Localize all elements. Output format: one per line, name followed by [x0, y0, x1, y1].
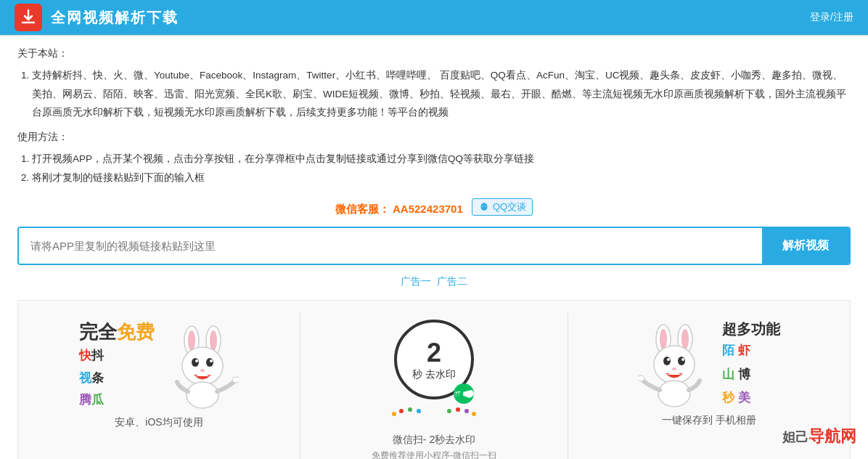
- middle-caption: 微信扫- 2秒去水印: [393, 434, 475, 447]
- free-complete: 完全免费: [79, 320, 155, 345]
- svg-point-21: [417, 409, 421, 413]
- ad-links: 广告一 广告二: [17, 275, 851, 288]
- search-bar: 解析视频: [17, 227, 851, 265]
- logo-icon: [15, 4, 42, 31]
- main-content: 关于本站： 支持解析抖、快、火、微、Youtube、Facebook、Insta…: [0, 36, 868, 459]
- qq-icon: [478, 201, 490, 213]
- svg-point-8: [192, 358, 199, 367]
- svg-point-2: [485, 206, 486, 207]
- usage-step-2: 将刚才复制的链接粘贴到下面的输入框: [32, 168, 851, 187]
- rabbit-left: [166, 322, 239, 410]
- seconds-label: 秒: [412, 368, 422, 381]
- qq-btn-label: QQ交谈: [493, 200, 526, 214]
- left-caption: 安卓、iOS均可使用: [115, 416, 202, 429]
- svg-point-36: [658, 381, 690, 407]
- svg-point-37: [638, 375, 644, 381]
- wechat-mini-icon: [454, 383, 474, 404]
- svg-point-23: [464, 409, 469, 413]
- download-icon: [20, 9, 37, 26]
- svg-point-1: [482, 206, 483, 207]
- svg-point-29: [681, 329, 689, 349]
- platform-miao: 秒: [722, 391, 734, 405]
- svg-point-22: [472, 412, 476, 416]
- banner-area: 完全免费 快抖 视条 腾瓜: [17, 300, 851, 459]
- usage-list: 打开视频APP，点开某个视频，点击分享按钮，在分享弹框中点击复制链接或通过分享到…: [32, 150, 851, 187]
- svg-point-11: [210, 360, 213, 362]
- middle-sub: 免费推荐使用小程序-微信扫一扫: [372, 450, 496, 459]
- svg-point-10: [195, 360, 198, 362]
- svg-point-5: [188, 330, 195, 351]
- wechat-label: 微信客服：: [335, 203, 390, 215]
- svg-point-24: [456, 407, 460, 412]
- banner-left: 完全免费 快抖 视条 腾瓜: [18, 312, 300, 459]
- login-link[interactable]: 登录/注册: [810, 11, 853, 24]
- site-watermark: 妲己导航网: [782, 426, 856, 447]
- about-item-1: 支持解析抖、快、火、微、Youtube、Facebook、Instagram、T…: [32, 66, 851, 122]
- about-title: 关于本站：: [17, 47, 851, 60]
- platform-shi: 视: [79, 371, 91, 385]
- free-highlight: 免费: [117, 321, 155, 343]
- search-input[interactable]: [19, 230, 762, 262]
- svg-point-19: [399, 409, 404, 413]
- banner-middle: 2 秒 去水印: [300, 312, 568, 459]
- watermark-circle: 2 秒 去水印: [394, 320, 474, 399]
- ad-link-1[interactable]: 广告一: [401, 275, 431, 287]
- svg-point-13: [187, 382, 218, 408]
- right-caption: 一键保存到 手机相册: [662, 414, 756, 427]
- usage-step-1: 打开视频APP，点开某个视频，点击分享按钮，在分享弹框中点击复制链接或通过分享到…: [32, 150, 851, 168]
- search-button[interactable]: 解析视频: [762, 228, 849, 264]
- dots-decoration: [387, 407, 481, 421]
- platform-shan: 山: [722, 367, 734, 381]
- platform-kuai: 快: [79, 349, 91, 362]
- wechat-icon: [454, 389, 463, 399]
- header: 全网视频解析下载 登录/注册: [0, 0, 868, 35]
- platform-mo: 陌: [722, 344, 734, 357]
- svg-point-33: [667, 358, 670, 361]
- svg-point-12: [200, 369, 205, 372]
- contact-bar: 微信客服： AA522423701 QQ交谈: [17, 198, 851, 216]
- platform-teng: 腾: [79, 393, 91, 407]
- rabbit-right: [638, 321, 711, 408]
- svg-point-25: [447, 409, 451, 413]
- about-list: 支持解析抖、快、火、微、Youtube、Facebook、Instagram、T…: [32, 66, 851, 122]
- site-title: 全网视频解析下载: [51, 8, 179, 28]
- svg-point-14: [232, 377, 239, 383]
- svg-point-32: [678, 357, 685, 365]
- ad-link-2[interactable]: 广告二: [437, 275, 467, 287]
- svg-point-6: [210, 330, 217, 351]
- right-header: 超多功能: [722, 320, 780, 339]
- qq-chat-btn[interactable]: QQ交谈: [472, 198, 533, 216]
- svg-point-34: [681, 358, 684, 361]
- svg-point-20: [408, 407, 412, 412]
- seconds-number: 2: [427, 338, 441, 368]
- svg-point-35: [672, 367, 676, 370]
- svg-point-31: [663, 357, 671, 365]
- usage-title: 使用方法：: [17, 131, 851, 144]
- header-left: 全网视频解析下载: [15, 4, 179, 31]
- wechat-id: AA522423701: [393, 203, 463, 215]
- svg-point-9: [206, 358, 213, 367]
- action-text: 去水印: [425, 368, 456, 381]
- svg-point-28: [660, 329, 667, 349]
- svg-point-18: [392, 412, 396, 416]
